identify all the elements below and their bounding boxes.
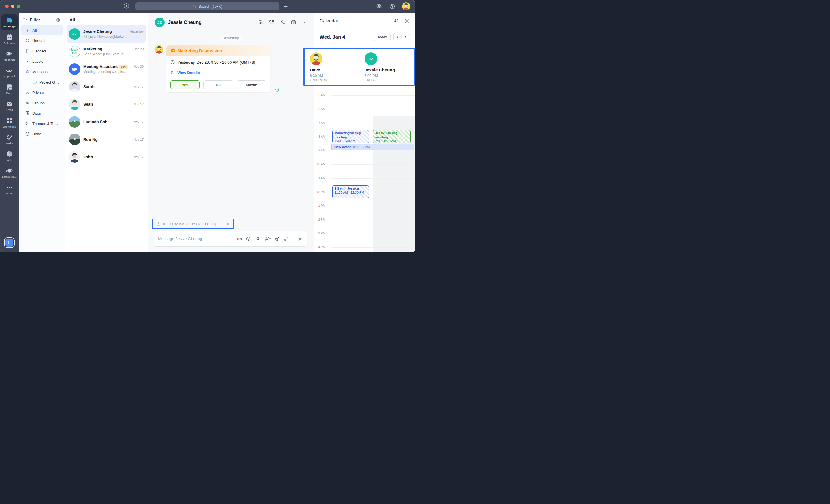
global-search-input[interactable]: Search (⌘+K) — [135, 2, 279, 10]
calendar-event[interactable]: Jessie Cheung, awaiting 7:30 - 8:30 AM — [373, 130, 411, 143]
add-icon[interactable] — [275, 236, 280, 241]
help-icon[interactable] — [389, 3, 395, 9]
event-invitation-card[interactable]: Marketing Discussion Yesterday, Dec 28, … — [166, 45, 270, 93]
expand-icon[interactable] — [284, 236, 289, 241]
close-window-button[interactable] — [5, 5, 9, 8]
filter-item[interactable]: Done — [21, 129, 63, 139]
peer-local-time-notice[interactable]: It's 00:32 AM for Jessie Cheung — [152, 219, 234, 229]
filter-item[interactable]: Groups — [21, 98, 63, 108]
rail-item[interactable]: Docs — [0, 81, 19, 97]
rail-item[interactable]: Wiki — [0, 147, 19, 164]
workspace-avatar[interactable]: L — [4, 237, 15, 248]
add-member-icon[interactable] — [280, 20, 285, 25]
message-composer[interactable]: Message Jessie Cheung Aa @ — [154, 231, 307, 246]
shared-calendars-icon[interactable] — [393, 18, 399, 24]
rail-item-label: Messenger — [3, 25, 17, 28]
event-time-row: Yesterday, Dec 28, 9:30 - 10:00 AM (GMT+… — [170, 60, 266, 65]
filter-item[interactable]: Threads & Topi... — [21, 119, 63, 129]
chat-time: Nov 17 — [133, 85, 143, 89]
filter-item[interactable]: Labels — [21, 56, 63, 67]
rail-item[interactable]: Email — [0, 97, 19, 114]
chat-avatar: JZ — [69, 28, 81, 40]
filter-item-icon — [25, 28, 30, 33]
rail-item[interactable]: Meetings — [0, 47, 19, 64]
screenshot-icon[interactable] — [264, 236, 270, 241]
view-details-link[interactable]: View Details — [170, 71, 266, 75]
filter-item[interactable]: Docs — [21, 108, 63, 119]
timezone-profile[interactable]: Dave 8:30 AM GMT+5:30 — [305, 49, 359, 85]
rail-item[interactable]: Messenger — [1, 14, 18, 30]
chat-list-item[interactable]: John Nov 17 — [67, 148, 146, 166]
chat-list-item[interactable]: Lucinda Soh Nov 17 — [67, 113, 146, 131]
chat-list-item[interactable]: Ron Ng Nov 17 — [67, 131, 146, 148]
font-style-icon[interactable]: Aa — [237, 237, 242, 241]
calendar-event[interactable]: 1-1 with Jessica 11:30 AM - 12:30 PM — [332, 186, 369, 198]
traffic-lights — [5, 5, 20, 8]
emoji-icon[interactable] — [246, 236, 251, 241]
minimize-window-button[interactable] — [11, 5, 14, 8]
calendar-icon[interactable]: 29 — [291, 20, 296, 25]
history-icon[interactable] — [123, 3, 129, 9]
rail-item-icon — [6, 67, 13, 74]
filter-item[interactable]: Flagged — [21, 46, 63, 56]
rsvp-yes-button[interactable]: Yes — [170, 80, 200, 89]
filter-title: Filter — [30, 17, 54, 22]
chat-list-panel: All JZ Jessie Cheung Yesterday [Event In… — [65, 13, 148, 252]
mention-icon[interactable]: @ — [255, 236, 260, 241]
search-placeholder: Search (⌘+K) — [198, 4, 222, 9]
rsvp-no-button[interactable]: No — [203, 80, 233, 89]
filter-item[interactable]: Unread — [21, 35, 63, 46]
filter-item[interactable]: Project Group — [21, 77, 63, 87]
next-day-button[interactable] — [402, 33, 410, 41]
chat-list-item[interactable]: Sarah Nov 17 — [67, 78, 146, 95]
chat-list-item[interactable]: Meeting Assistant BOT Nov 30 Meeting rec… — [67, 60, 146, 78]
hour-label: 3 PM — [314, 232, 326, 235]
zoom-window-button[interactable] — [17, 5, 20, 8]
call-icon[interactable] — [269, 20, 274, 25]
profile-timezone: GMT-8 — [364, 78, 409, 82]
svg-text:29: 29 — [292, 22, 294, 24]
chat-list-item[interactable]: Mark etin Marketing Dec 20 Sean Wang: [L… — [67, 43, 146, 60]
filter-item[interactable]: Private — [21, 87, 63, 98]
hour-gridline — [332, 95, 415, 96]
filter-item[interactable]: Mentions — [21, 67, 63, 77]
chat-time: Dec 20 — [133, 47, 143, 51]
filter-item-icon — [25, 101, 30, 105]
peer-avatar[interactable]: JZ — [155, 18, 165, 27]
chat-search-icon[interactable] — [258, 20, 263, 25]
filter-item[interactable]: All — [21, 25, 63, 35]
gear-icon[interactable] — [56, 18, 61, 22]
prev-day-button[interactable] — [394, 33, 402, 41]
workspace-notification-icon[interactable] — [376, 3, 382, 9]
chat-avatar: Mark etin — [69, 46, 81, 57]
chat-list-header: All — [65, 13, 148, 25]
rail-item[interactable]: Workplace — [0, 114, 19, 131]
more-icon[interactable] — [302, 20, 307, 25]
rail-item[interactable]: Tasks — [0, 131, 19, 147]
rail-item-label: Workplace — [3, 125, 16, 128]
event-time: 8:30 - 9 AM — [353, 145, 370, 149]
rail-item-label: Email — [6, 108, 13, 111]
chat-preview: Meeting recording comple... — [83, 70, 143, 74]
rail-item[interactable]: Larkie Mo... — [0, 164, 19, 181]
calendar-event[interactable]: New event 8:30 - 9 AM — [331, 144, 414, 150]
user-avatar[interactable] — [402, 2, 410, 10]
close-icon[interactable] — [405, 19, 410, 24]
rail-item-label: More — [6, 192, 12, 195]
sender-avatar[interactable] — [155, 45, 163, 54]
rail-item-icon — [6, 167, 13, 174]
calendar-event[interactable]: Marketing weekly meeting 7:30 - 8:30 AM — [332, 130, 369, 143]
rail-item[interactable]: More — [0, 181, 19, 198]
rsvp-maybe-button[interactable]: Maybe — [237, 80, 266, 89]
hour-label: 8 AM — [314, 135, 326, 138]
chat-list-item[interactable]: JZ Jessie Cheung Yesterday [Event Invita… — [67, 25, 146, 43]
chat-avatar — [69, 81, 81, 93]
send-icon[interactable] — [297, 236, 303, 242]
add-icon[interactable]: + — [284, 1, 288, 11]
rail-item[interactable]: Approval — [0, 64, 19, 81]
filter-item-label: Docs — [32, 111, 41, 115]
chat-list-item[interactable]: Sean Nov 17 — [67, 95, 146, 113]
rail-item[interactable]: Calendar — [0, 31, 19, 47]
timezone-profile[interactable]: JZ Jessie Cheung 7:00 PM GMT-8 — [359, 49, 414, 85]
today-button[interactable]: Today — [374, 33, 390, 41]
